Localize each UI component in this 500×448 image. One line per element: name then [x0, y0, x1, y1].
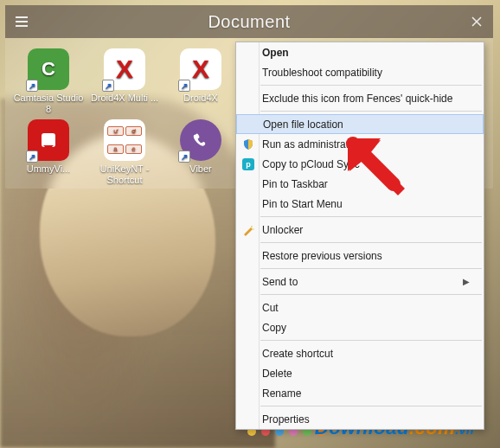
camtasia-icon: C↗: [28, 48, 69, 90]
menu-separator: [260, 406, 482, 406]
menu-open-file-location[interactable]: Open file location: [236, 114, 484, 134]
menu-separator: [260, 294, 482, 295]
menu-cut[interactable]: Cut: [236, 298, 484, 317]
ummy-icon: ↗: [28, 119, 69, 161]
icon-label: Camtasia Studio 8: [12, 93, 85, 114]
icon-label: UmmyVi...: [27, 163, 71, 175]
menu-separator: [260, 268, 482, 269]
icon-label: UniKeyNT - Shortcut: [88, 163, 161, 185]
viber-icon: ↗: [180, 119, 221, 161]
icon-droid4x[interactable]: X↗ Droid4X: [163, 47, 239, 118]
icon-ummy[interactable]: ↗ UmmyVi...: [10, 118, 87, 189]
menu-icon[interactable]: [5, 5, 38, 38]
menu-open[interactable]: Open: [236, 42, 484, 62]
wand-icon: [241, 223, 255, 237]
pcloud-icon: p: [241, 157, 255, 171]
menu-properties[interactable]: Properties: [236, 409, 484, 429]
menu-separator: [260, 340, 482, 341]
droid4x-icon: X↗: [104, 48, 145, 90]
context-menu: Open Troubleshoot compatibility Exclude …: [235, 42, 484, 430]
icon-label: Droid4X: [183, 93, 218, 104]
svg-text:p: p: [246, 160, 251, 169]
menu-copy[interactable]: Copy: [236, 317, 484, 337]
menu-troubleshoot[interactable]: Troubleshoot compatibility: [236, 62, 484, 82]
svg-point-3: [251, 226, 253, 227]
droid4x-icon: X↗: [180, 48, 221, 90]
icon-droid4x-multi[interactable]: X↗ Droid4X Multi ...: [87, 47, 163, 118]
menu-pin-taskbar[interactable]: Pin to Taskbar: [236, 174, 484, 194]
menu-exclude-fences[interactable]: Exclude this icon from Fences' quick-hid…: [236, 88, 484, 108]
icon-label: Droid4X Multi ...: [91, 93, 158, 104]
icon-camtasia[interactable]: C↗ Camtasia Studio 8: [10, 47, 87, 118]
menu-delete[interactable]: Delete: [236, 363, 484, 383]
icon-unikey[interactable]: ươâê UniKeyNT - Shortcut: [87, 118, 163, 189]
menu-run-as-admin[interactable]: Run as administrator: [236, 134, 484, 154]
shield-icon: [241, 138, 255, 151]
unikey-icon: ươâê: [104, 119, 145, 161]
menu-create-shortcut[interactable]: Create shortcut: [236, 343, 484, 363]
window-title: Document: [208, 12, 290, 32]
menu-unlocker[interactable]: Unlocker: [236, 220, 484, 240]
menu-pcloud-sync[interactable]: p Copy to pCloud Sync: [236, 154, 484, 174]
close-icon[interactable]: [460, 5, 493, 38]
menu-restore-versions[interactable]: Restore previous versions: [236, 246, 484, 266]
titlebar: Document: [5, 5, 493, 38]
menu-send-to[interactable]: Send to▶: [236, 272, 484, 291]
menu-separator: [260, 85, 482, 86]
menu-separator: [260, 242, 482, 243]
submenu-arrow-icon: ▶: [463, 277, 470, 286]
icon-label: Viber: [189, 163, 211, 175]
menu-separator: [260, 216, 482, 217]
menu-pin-start[interactable]: Pin to Start Menu: [236, 194, 484, 214]
svg-point-4: [253, 228, 254, 230]
menu-rename[interactable]: Rename: [236, 383, 484, 403]
menu-separator: [260, 111, 482, 112]
icon-viber[interactable]: ↗ Viber: [163, 118, 239, 189]
